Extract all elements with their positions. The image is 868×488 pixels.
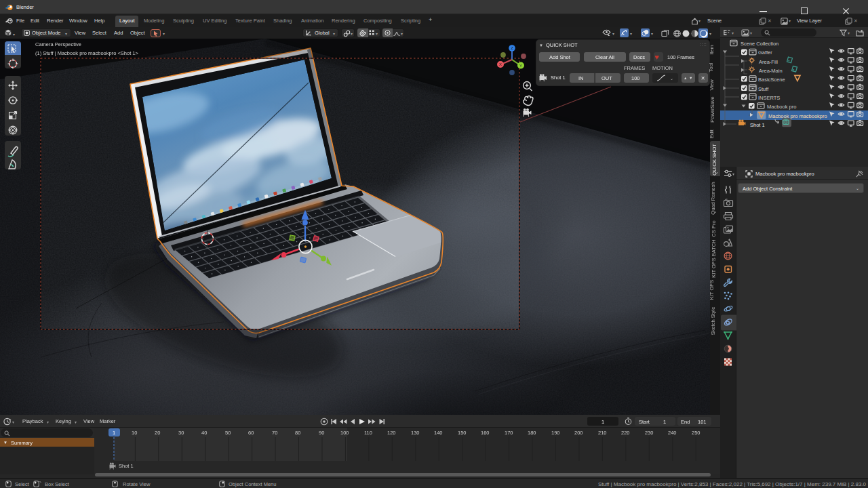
svg-text:Z: Z (511, 46, 513, 50)
svg-text:X: X (499, 62, 502, 66)
svg-text:Y: Y (519, 64, 522, 68)
